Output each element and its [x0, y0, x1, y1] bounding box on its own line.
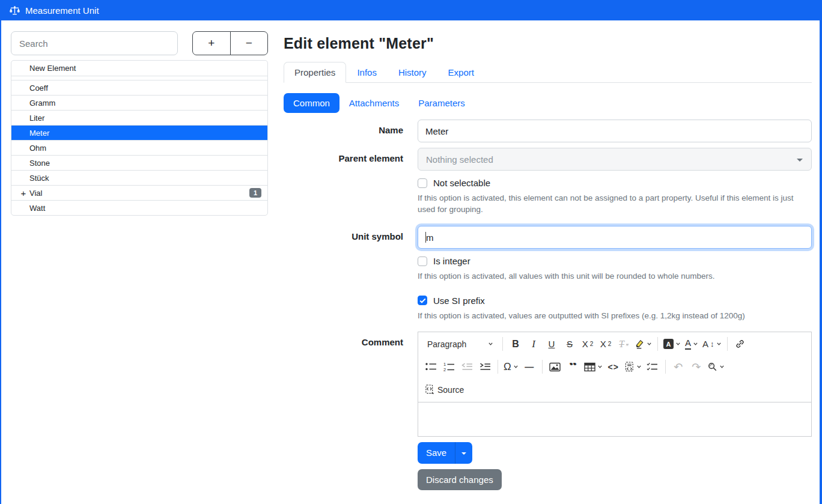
subscript-button[interactable]: X2 — [579, 335, 597, 353]
app-title: Measurement Unit — [25, 5, 99, 16]
outdent-button[interactable] — [458, 358, 476, 376]
superscript-button[interactable]: X2 — [597, 335, 615, 353]
source-button[interactable]: Source — [422, 381, 467, 399]
comment-label: Comment — [284, 332, 403, 347]
element-sidebar: + − New Element Coeff Gramm Liter Meter … — [11, 31, 268, 502]
list-item-meter-selected[interactable]: Meter — [11, 125, 267, 140]
highlight-button[interactable] — [633, 335, 654, 353]
list-item-stone[interactable]: Stone — [11, 155, 267, 170]
name-input[interactable] — [418, 120, 812, 142]
chevron-down-icon — [488, 341, 493, 347]
numbered-list-button[interactable]: 12 — [440, 358, 458, 376]
save-button[interactable]: Save — [418, 442, 455, 464]
table-icon — [584, 362, 595, 372]
app-navbar: Measurement Unit — [0, 0, 822, 20]
is-integer-help: If this option is activated, all values … — [418, 271, 812, 282]
underline-button[interactable]: U — [543, 335, 561, 353]
link-icon — [735, 339, 745, 349]
list-divider — [11, 76, 267, 80]
indent-button[interactable] — [476, 358, 494, 376]
todo-list-button[interactable] — [644, 358, 662, 376]
link-button[interactable] — [731, 335, 749, 353]
indent-icon — [480, 362, 491, 371]
chevron-down-icon — [675, 341, 681, 347]
horizontal-line-button[interactable]: — — [520, 358, 538, 376]
list-item-new-element[interactable]: New Element — [11, 61, 267, 76]
resize-arrows-icon: ↕ — [710, 339, 714, 348]
list-item-gramm[interactable]: Gramm — [11, 95, 267, 110]
comment-editor-content[interactable] — [418, 402, 811, 436]
code-button[interactable]: <> — [604, 358, 623, 376]
search-input[interactable] — [11, 31, 178, 55]
tab-history[interactable]: History — [388, 62, 437, 83]
strikethrough-button[interactable]: S — [561, 335, 579, 353]
todo-list-icon — [647, 362, 658, 371]
tab-infos[interactable]: Infos — [346, 62, 388, 83]
caret-down-icon — [461, 452, 466, 455]
special-characters-button[interactable]: Ω — [502, 358, 520, 376]
not-selectable-label: Not selectable — [433, 178, 490, 188]
editor-toolbar: Paragraph B I U S X2 X2 Tx — [418, 332, 811, 402]
chevron-down-icon — [597, 364, 603, 369]
window-edge-left — [0, 0, 1, 504]
font-background-button[interactable]: A — [662, 335, 683, 353]
italic-button[interactable]: I — [525, 335, 543, 353]
discard-changes-button[interactable]: Discard changes — [418, 469, 502, 490]
is-integer-checkbox[interactable] — [418, 257, 427, 266]
chevron-down-icon — [719, 364, 725, 369]
list-item-watt[interactable]: Watt — [11, 200, 267, 215]
check-icon — [419, 298, 426, 303]
not-selectable-help: If this option is activated, this elemen… — [418, 193, 812, 215]
undo-button[interactable]: ↶ — [669, 358, 687, 376]
redo-icon: ↷ — [692, 360, 701, 374]
subtab-attachments[interactable]: Attachments — [339, 93, 409, 113]
expand-all-button[interactable]: + — [192, 31, 231, 55]
list-item-coeff[interactable]: Coeff — [11, 80, 267, 95]
page-title: Edit element "Meter" — [284, 35, 812, 52]
not-selectable-checkbox[interactable] — [418, 178, 427, 188]
comment-richtext-editor: Paragraph B I U S X2 X2 Tx — [418, 332, 812, 437]
window-edge-right — [820, 0, 822, 504]
save-dropdown-toggle[interactable] — [455, 442, 472, 464]
toolbar-separator — [657, 337, 658, 351]
bulleted-list-button[interactable] — [422, 358, 440, 376]
remove-format-button[interactable]: Tx — [615, 335, 633, 353]
undo-icon: ↶ — [674, 360, 683, 374]
tab-export[interactable]: Export — [437, 62, 485, 83]
paragraph-style-dropdown[interactable]: Paragraph — [422, 335, 499, 353]
font-color-button[interactable]: A — [683, 335, 701, 353]
balance-scale-icon — [9, 5, 20, 16]
html-embed-button[interactable] — [623, 358, 644, 376]
insert-image-button[interactable] — [546, 358, 564, 376]
chevron-down-icon — [693, 341, 698, 347]
list-item-stueck[interactable]: Stück — [11, 170, 267, 185]
list-item-vial[interactable]: + Vial 1 — [11, 185, 267, 200]
horizontal-line-icon: — — [525, 362, 534, 372]
sub-tabs: Common Attachments Parameters — [284, 93, 812, 113]
insert-table-button[interactable] — [582, 358, 604, 376]
bold-button[interactable]: B — [507, 335, 525, 353]
find-replace-icon — [707, 362, 717, 372]
parent-element-select[interactable]: Nothing selected — [418, 148, 812, 171]
tab-properties[interactable]: Properties — [284, 62, 346, 83]
parent-element-label: Parent element — [284, 148, 403, 163]
subtab-parameters[interactable]: Parameters — [409, 93, 475, 113]
use-si-prefix-checkbox[interactable] — [418, 296, 427, 305]
font-background-icon: A — [663, 339, 674, 349]
font-color-icon: A — [685, 338, 691, 350]
collapse-all-button[interactable]: − — [230, 31, 269, 55]
expand-node-icon[interactable]: + — [19, 189, 28, 198]
unit-symbol-input[interactable]: m — [418, 226, 812, 249]
subtab-common[interactable]: Common — [284, 93, 339, 113]
name-label: Name — [284, 120, 403, 135]
redo-button[interactable]: ↷ — [687, 358, 705, 376]
toolbar-separator — [498, 360, 498, 374]
main-tabs: Properties Infos History Export — [284, 62, 812, 83]
list-item-ohm[interactable]: Ohm — [11, 140, 267, 155]
list-item-liter[interactable]: Liter — [11, 110, 267, 125]
omega-icon: Ω — [504, 361, 511, 373]
blockquote-button[interactable]: “ — [564, 358, 582, 376]
find-replace-button[interactable] — [705, 358, 726, 376]
font-size-button[interactable]: A↕ — [701, 335, 723, 353]
select-caret-icon — [797, 159, 803, 162]
